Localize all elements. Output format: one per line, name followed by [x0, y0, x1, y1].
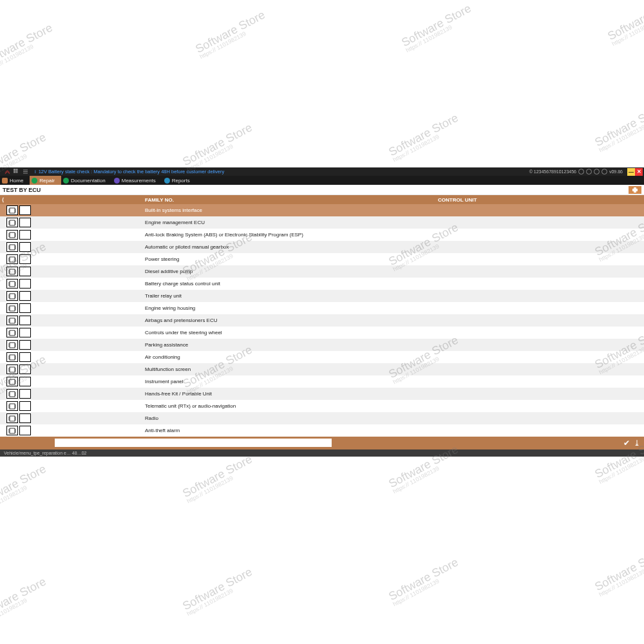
table-row[interactable]: Engine management ECU — [0, 216, 644, 229]
row-icon-cell — [0, 424, 35, 437]
watermark: Software Storehttps:// 1101982139 — [593, 547, 644, 598]
row-icon-cell — [0, 400, 35, 412]
table-row[interactable]: Instrument panel — [0, 375, 644, 388]
reports-icon — [164, 178, 170, 184]
svg-rect-70 — [10, 318, 15, 323]
system-icon — [19, 352, 31, 362]
system-icon — [19, 279, 31, 289]
menu-icon[interactable] — [22, 169, 28, 175]
repair-icon — [32, 178, 37, 184]
svg-rect-21 — [10, 232, 15, 238]
row-icon-cell — [0, 204, 35, 216]
app-window: i12V Battery state check : Mandatory to … — [0, 167, 644, 457]
row-label: Anti-lock Braking System (ABS) or Electr… — [35, 232, 303, 238]
notification-text: 12V Battery state check : Mandatory to c… — [39, 169, 224, 175]
svg-rect-119 — [10, 404, 15, 409]
system-icon — [19, 426, 31, 435]
page-title: TEST BY ECU — [3, 187, 41, 193]
ecu-icon — [6, 316, 18, 325]
table-row[interactable]: Radio — [0, 412, 644, 424]
ecu-icon — [6, 365, 18, 374]
svg-rect-84 — [10, 343, 15, 348]
table-row[interactable]: Built-in systems interface — [0, 204, 644, 216]
close-button[interactable]: ✕ — [635, 168, 643, 176]
table-row[interactable]: Anti-lock Braking System (ABS) or Electr… — [0, 229, 644, 241]
watermark: Software Storehttps:// 1101982139 — [194, 9, 270, 61]
ecu-icon — [6, 352, 18, 362]
ecu-icon — [6, 267, 18, 276]
row-label: Multifunction screen — [35, 366, 191, 372]
ecu-icon — [6, 218, 18, 227]
table-row[interactable]: Multifunction screen — [0, 363, 644, 375]
search-input[interactable] — [55, 439, 332, 447]
table-row[interactable]: Power steering — [0, 253, 644, 265]
column-control-unit: CONTROL UNIT — [438, 197, 477, 203]
minimize-button[interactable]: — — [627, 168, 635, 176]
table-header: ⟨ FAMILY NO. CONTROL UNIT — [0, 195, 644, 204]
row-label: Engine wiring housing — [35, 305, 195, 311]
row-icon-cell — [0, 229, 35, 241]
svg-rect-6 — [634, 191, 636, 193]
status-bar: Vehicle/menu_tpe_reparation e… 48…02 — [0, 450, 644, 457]
table-row[interactable]: Air conditioning — [0, 351, 644, 363]
row-icon-cell — [0, 278, 35, 290]
system-icon — [19, 242, 31, 252]
ecu-icon — [6, 303, 18, 313]
row-label: Battery charge status control unit — [35, 281, 220, 287]
svg-rect-3 — [15, 171, 17, 173]
table-row[interactable]: Trailer relay unit — [0, 290, 644, 302]
svg-rect-35 — [10, 257, 15, 262]
table-row[interactable]: Battery charge status control unit — [0, 278, 644, 290]
download-button[interactable]: ⤓ — [634, 439, 640, 448]
status-circle-icon[interactable] — [578, 169, 584, 175]
table-row[interactable]: Controls under the steering wheel — [0, 327, 644, 339]
ecu-icon — [6, 242, 18, 252]
row-label: Anti-theft alarm — [35, 428, 180, 433]
notification-message[interactable]: i12V Battery state check : Mandatory to … — [35, 169, 224, 175]
version-label: v09.86 — [609, 169, 623, 174]
table-row[interactable]: Hands-free Kit / Portable Unit — [0, 388, 644, 400]
tab-label: Documentation — [71, 178, 106, 184]
table-row[interactable]: Telematic unit (RTx) or audio-navigation — [0, 400, 644, 412]
status-circle-icon[interactable] — [601, 169, 607, 175]
table-row[interactable]: Parking assistance — [0, 339, 644, 351]
watermark: Software Storehttps:// 1101982139 — [606, 0, 644, 47]
grid-icon[interactable] — [13, 169, 19, 175]
table-row[interactable]: Engine wiring housing — [0, 302, 644, 314]
system-icon — [19, 328, 31, 337]
row-label: Parking assistance — [35, 342, 188, 348]
watermark: Software Storehttps:// 1101982139 — [593, 102, 644, 154]
tab-reports[interactable]: Reports — [162, 176, 196, 185]
system-icon — [19, 413, 31, 423]
info-icon: i — [35, 169, 36, 175]
tab-measurements[interactable]: Measurements — [112, 176, 162, 185]
tab-documentation[interactable]: Documentation — [61, 176, 112, 185]
table-row[interactable]: Automatic or piloted manual gearbox — [0, 241, 644, 253]
row-label: Airbags and pretensioners ECU — [35, 317, 218, 323]
system-icon — [19, 291, 31, 301]
svg-rect-98 — [10, 367, 15, 372]
system-icon — [19, 365, 31, 374]
row-icon-cell — [0, 241, 35, 253]
row-icon-cell — [0, 388, 35, 400]
watermark: Software Storehttps:// 1101982139 — [181, 453, 257, 505]
scroll-left-handle[interactable]: ⟨ — [0, 195, 5, 204]
table-row[interactable]: Anti-theft alarm — [0, 424, 644, 437]
row-label: Automatic or piloted manual gearbox — [35, 244, 229, 250]
system-icon — [19, 377, 31, 386]
status-circle-icon[interactable] — [586, 169, 592, 175]
table-row[interactable]: Airbags and pretensioners ECU — [0, 314, 644, 327]
tab-home[interactable]: Home — [0, 176, 30, 185]
watermark: Software Storehttps:// 1101982139 — [387, 556, 463, 608]
table-row[interactable]: Diesel additive pump — [0, 265, 644, 278]
tab-label: Measurements — [122, 178, 156, 184]
tab-repair[interactable]: Repair — [30, 176, 61, 185]
confirm-button[interactable]: ✔ — [623, 439, 630, 448]
svg-rect-63 — [10, 306, 15, 311]
print-button[interactable] — [629, 186, 641, 194]
row-icon-cell — [0, 412, 35, 424]
svg-rect-49 — [10, 281, 15, 287]
watermark: Software Storehttps:// 1101982139 — [0, 576, 50, 627]
system-icon — [19, 254, 31, 264]
status-circle-icon[interactable] — [594, 169, 600, 175]
